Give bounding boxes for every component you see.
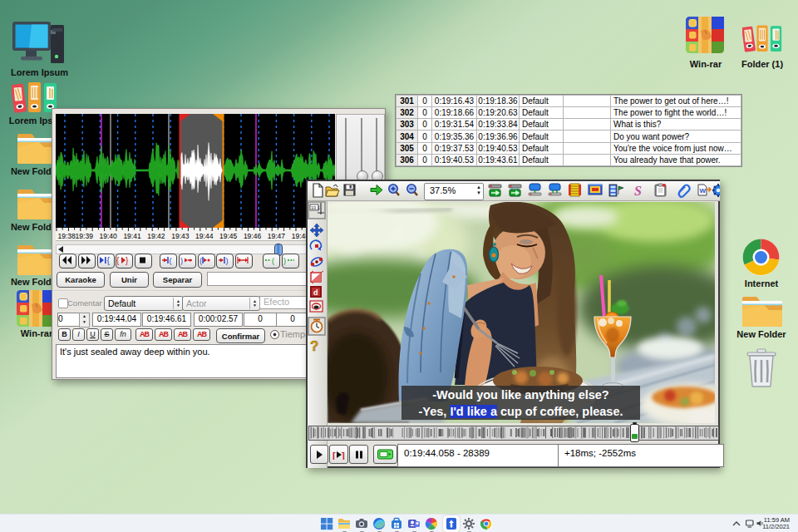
svg-text:}: } [126, 256, 129, 265]
svg-text:{: { [107, 256, 111, 265]
svg-text:(: ( [272, 257, 274, 265]
svg-text:19:44: 19:44 [195, 232, 214, 240]
svg-text:19:46: 19:46 [244, 232, 262, 240]
svg-text:W: W [700, 187, 707, 195]
svg-text:d: d [313, 288, 318, 297]
svg-text:[: [ [332, 450, 336, 460]
svg-text:): ) [283, 257, 286, 265]
svg-text:19:42: 19:42 [147, 232, 165, 240]
svg-text:19:43: 19:43 [171, 232, 190, 240]
svg-text:10,1: 10,1 [311, 205, 320, 210]
svg-text:19:45: 19:45 [219, 232, 238, 240]
svg-text:(: ( [170, 257, 172, 265]
svg-text:19:47: 19:47 [268, 232, 286, 240]
svg-text:19:38: 19:38 [58, 232, 76, 240]
svg-text:S: S [634, 184, 642, 198]
svg-text:): ) [180, 257, 183, 265]
svg-text:(: ( [200, 257, 202, 265]
svg-text:{: { [116, 256, 120, 265]
svg-text:?: ? [310, 338, 318, 354]
svg-text:19:39: 19:39 [76, 232, 94, 240]
svg-text:]: ] [342, 450, 345, 460]
svg-text:19:41: 19:41 [123, 232, 141, 240]
svg-text:): ) [226, 257, 229, 265]
svg-text:19:40: 19:40 [100, 232, 118, 240]
